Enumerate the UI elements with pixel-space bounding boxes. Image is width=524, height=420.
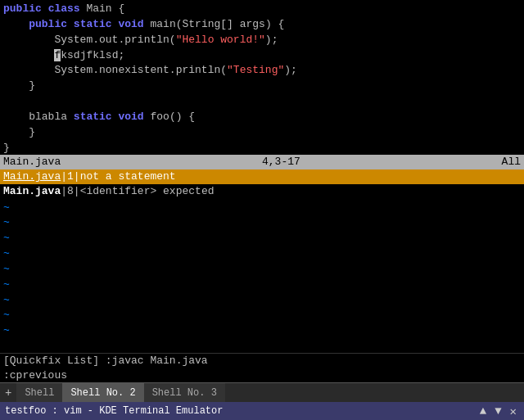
- code-line-10: }: [3, 141, 521, 155]
- title-controls: ▲ ▼ ✕: [477, 404, 519, 418]
- qf1-msg: not a statement: [80, 170, 176, 183]
- keyword-static: static: [74, 18, 112, 30]
- scroll-down-btn[interactable]: ▼: [492, 404, 504, 418]
- keyword-class: class: [48, 2, 80, 15]
- qf2-file: Main.java: [3, 185, 61, 197]
- code-line-2: public static void main(String[] args) {: [3, 17, 521, 33]
- keyword-void: void: [118, 18, 143, 30]
- qf1-file: Main.java: [3, 170, 61, 183]
- qf1-linenum: 1: [67, 170, 74, 183]
- keyword-static2: static: [74, 111, 112, 123]
- code-line-9: }: [3, 125, 521, 141]
- close-btn[interactable]: ✕: [508, 404, 519, 418]
- tab-shell-2[interactable]: Shell No. 2: [62, 383, 143, 402]
- tab-shell-label: Shell: [25, 387, 54, 399]
- code-line-4: fksdjfklsd;: [3, 48, 521, 64]
- status-bar: Main.java 4,3-17 All: [0, 155, 524, 169]
- cmd-text-2: :cprevious: [3, 369, 67, 382]
- tab-shell[interactable]: Shell: [16, 383, 62, 402]
- tab-shell-3[interactable]: Shell No. 3: [144, 383, 225, 402]
- code-line-3: System.out.println("Hello world!");: [3, 33, 521, 48]
- status-position: 4,3-17: [262, 156, 300, 168]
- qf1-sep2: |: [74, 170, 80, 183]
- string-testing: "Testing": [227, 64, 284, 76]
- quickfix-empty-area: ~ ~ ~ ~ ~ ~ ~ ~ ~: [0, 199, 524, 354]
- cmd-line-2: :cprevious: [0, 368, 524, 382]
- tab-shell-3-label: Shell No. 3: [152, 387, 217, 399]
- code-line-8: blabla static void foo() {: [3, 110, 521, 125]
- qf2-sep: |: [61, 185, 67, 197]
- qf1-sep: |: [61, 170, 67, 183]
- status-filename: Main.java: [3, 156, 61, 168]
- cmd-text-1: [Quickfix List] :javac Main.java: [3, 355, 208, 367]
- code-line-6: }: [3, 79, 521, 94]
- status-scroll: All: [502, 156, 521, 168]
- title-text: testfoo : vim - KDE Terminal Emulator: [5, 405, 223, 417]
- keyword-public2: public: [29, 18, 67, 30]
- quickfix-line-2: Main.java|8| <identifier> expected: [0, 184, 524, 199]
- keyword-void2: void: [118, 111, 143, 123]
- cursor: f: [54, 49, 61, 61]
- string-helloworld: "Hello world!": [176, 34, 265, 46]
- title-bar: testfoo : vim - KDE Terminal Emulator ▲ …: [0, 402, 524, 420]
- code-line-7: [3, 94, 521, 110]
- tab-shell-2-label: Shell No. 2: [70, 387, 135, 399]
- code-line-5: System.nonexistent.println("Testing");: [3, 63, 521, 79]
- quickfix-line-1: Main.java|1| not a statement: [0, 169, 524, 184]
- qf2-msg: <identifier> expected: [80, 185, 215, 197]
- cmd-line-1: [Quickfix List] :javac Main.java: [0, 353, 524, 368]
- scroll-up-btn[interactable]: ▲: [477, 404, 489, 418]
- qf2-sep2: |: [74, 185, 80, 197]
- tab-bar: + Shell Shell No. 2 Shell No. 3: [0, 382, 524, 402]
- code-line-1: public class Main {: [3, 2, 521, 17]
- new-tab-icon[interactable]: +: [0, 386, 16, 400]
- qf2-linenum: 8: [67, 185, 74, 197]
- editor-area: public class Main { public static void m…: [0, 0, 524, 155]
- keyword-public: public: [3, 2, 42, 15]
